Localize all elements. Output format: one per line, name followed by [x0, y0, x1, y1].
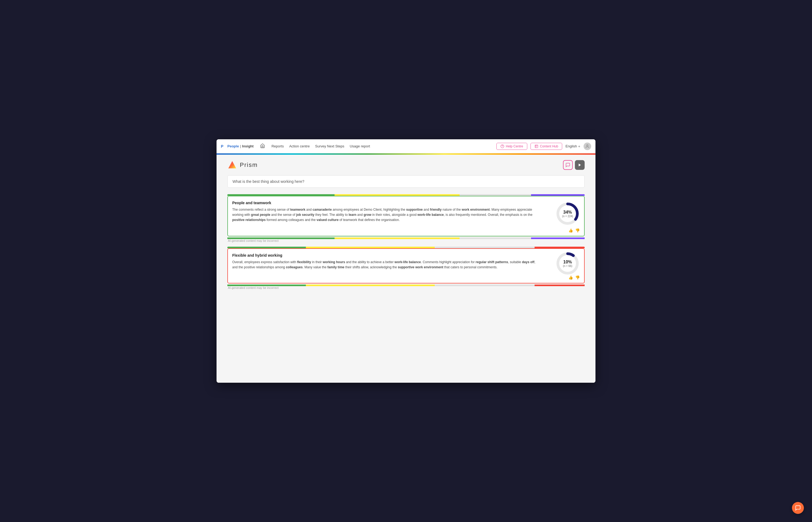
home-icon [260, 143, 265, 148]
progress-red-2 [535, 247, 585, 248]
logo[interactable]: P People|Insight [221, 144, 254, 149]
ai-disclaimer-2: AI-generated content may be incorrect [228, 286, 585, 289]
svg-marker-6 [579, 164, 581, 167]
question-text: What is the best thing about working her… [232, 179, 304, 184]
play-icon [578, 163, 582, 167]
logo-text: People [227, 144, 239, 148]
card-text-1: The comments reflect a strong sense of t… [232, 207, 535, 223]
donut-center-2: 10% (n = 66) [563, 259, 573, 267]
main-content: Prism What is the best thing about worki… [216, 155, 596, 383]
donut-2: 10% (n = 66) [555, 251, 580, 276]
content-hub-button[interactable]: Content Hub [530, 143, 562, 150]
pb-green-1 [227, 238, 334, 239]
card-body-2: Flexible and hybrid working Overall, emp… [228, 249, 584, 274]
ai-disclaimer-1: AI-generated content may be incorrect [228, 239, 585, 242]
card-text-2: Overall, employees express satisfaction … [232, 260, 535, 270]
insight-card-1: People and teamwork The comments reflect… [227, 196, 585, 236]
nav-survey-next-steps[interactable]: Survey Next Steps [315, 144, 344, 148]
card-feedback-1: 👍 👎 [228, 227, 584, 236]
donut-n-1: (n = 224) [562, 215, 573, 218]
user-avatar[interactable] [583, 143, 591, 150]
content-icon [535, 144, 538, 148]
thumbs-up-1[interactable]: 👍 [568, 228, 573, 233]
language-selector[interactable]: English + [565, 144, 580, 148]
pb-gray-2 [435, 284, 535, 286]
card-title-2: Flexible and hybrid working [232, 253, 535, 258]
progress-green-2 [227, 247, 306, 248]
card-chart-1: 34% (n = 224) [555, 201, 580, 226]
progress-strip-bottom-1 [227, 238, 585, 239]
pb-gray-1 [460, 238, 531, 239]
nav-action-centre[interactable]: Action centre [289, 144, 310, 148]
donut-pct-1: 34% [562, 209, 573, 215]
video-action-button[interactable] [575, 160, 585, 170]
nav-usage-report[interactable]: Usage report [350, 144, 370, 148]
fab-chat-icon [795, 505, 801, 511]
svg-rect-3 [535, 145, 538, 148]
home-nav-icon[interactable] [260, 143, 265, 149]
pb-yellow-2 [306, 284, 434, 286]
thumbs-down-2[interactable]: 👎 [575, 275, 580, 280]
prism-header: Prism [227, 160, 585, 170]
card-feedback-2: 👍 👎 [228, 274, 584, 283]
thumbs-up-2[interactable]: 👍 [568, 275, 573, 280]
chat-fab-button[interactable] [792, 502, 804, 514]
donut-n-2: (n = 66) [563, 264, 573, 267]
insight-card-2: Flexible and hybrid working Overall, emp… [227, 248, 585, 283]
help-centre-button[interactable]: Help Centre [497, 143, 527, 150]
avatar-icon [585, 144, 589, 148]
nav-reports[interactable]: Reports [271, 144, 284, 148]
donut-1: 34% (n = 224) [555, 201, 580, 226]
help-icon [501, 144, 504, 148]
thumbs-down-1[interactable]: 👎 [575, 228, 580, 233]
progress-yellow-2 [306, 247, 434, 248]
navbar: P People|Insight Reports Action centre S… [216, 139, 596, 153]
pb-red-2 [535, 284, 585, 286]
donut-center-1: 34% (n = 224) [562, 209, 573, 218]
card-chart-2: 10% (n = 66) [555, 251, 580, 276]
progress-strip-bottom-2 [227, 284, 585, 286]
nav-right: Help Centre Content Hub English + [497, 143, 591, 150]
chat-action-button[interactable] [563, 160, 573, 170]
svg-marker-5 [229, 161, 236, 168]
pb-purple-1 [531, 238, 585, 239]
svg-point-4 [586, 145, 588, 146]
progress-gray-2 [435, 247, 535, 248]
pb-yellow-1 [334, 238, 460, 239]
prism-title: Prism [240, 161, 258, 168]
card-body-1: People and teamwork The comments reflect… [228, 196, 584, 227]
svg-text:P: P [221, 144, 223, 148]
plus-icon: + [578, 144, 580, 148]
donut-pct-2: 10% [563, 259, 573, 264]
chat-icon [565, 163, 570, 167]
prism-logo: Prism [227, 160, 258, 170]
card-title-1: People and teamwork [232, 201, 535, 205]
question-box: What is the best thing about working her… [227, 175, 585, 188]
nav-links: Reports Action centre Survey Next Steps … [271, 144, 370, 148]
prism-triangle-icon [227, 160, 237, 170]
logo-icon: P [221, 144, 226, 149]
progress-strip-2 [227, 247, 585, 248]
prism-actions [563, 160, 585, 170]
